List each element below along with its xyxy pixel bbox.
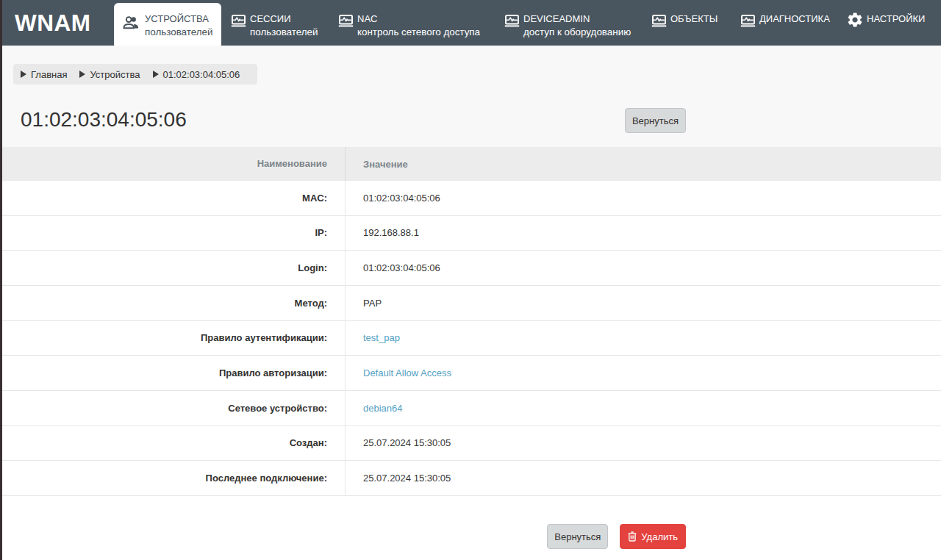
nav-item-settings[interactable]: НАСТРОЙКИ	[846, 12, 925, 29]
breadcrumb-label: Главная	[31, 69, 67, 80]
nav-item-sublabel: доступ к оборудованию	[523, 26, 631, 39]
table-row-authz-rule: Правило авторизации: Default Allow Acces…	[0, 356, 941, 391]
table-row-created: Создан: 25.07.2024 15:30:05	[0, 426, 941, 462]
delete-button-label: Удалить	[641, 531, 678, 542]
nav-item-label: УСТРОЙСТВА	[145, 12, 212, 26]
nav-item-label: NAC	[357, 12, 480, 26]
table-row-auth-rule: Правило аутентификации: test_pap	[0, 321, 941, 356]
row-value: 25.07.2024 15:30:05	[363, 437, 451, 448]
top-navbar: WNAM УСТРОЙСТВА пользователей	[0, 0, 941, 46]
table-header: Наименование Значение	[0, 147, 941, 181]
monitor-pulse-icon	[231, 15, 246, 27]
row-label: Правило аутентификации:	[0, 321, 346, 356]
nav-item-label: DEVICEADMIN	[523, 12, 631, 26]
nav-item-diagnostics[interactable]: ДИАГНОСТИКА	[740, 12, 830, 27]
left-edge-strip	[0, 0, 2, 560]
table-row-network-device: Сетевое устройство: debian64	[0, 391, 941, 426]
monitor-pulse-icon	[740, 15, 756, 27]
caret-right-icon	[79, 71, 85, 78]
table-header-value: Значение	[346, 159, 941, 170]
row-value: PAP	[363, 298, 382, 309]
caret-right-icon	[21, 71, 26, 78]
breadcrumb-label: Устройства	[90, 69, 140, 80]
table-row-mac: MAC: 01:02:03:04:05:06	[0, 181, 941, 216]
table-row-last-connection: Последнее подключение: 25.07.2024 15:30:…	[0, 461, 941, 496]
nav-item-sublabel: пользователей	[145, 26, 212, 39]
row-label: Последнее подключение:	[0, 461, 346, 495]
monitor-pulse-icon	[504, 15, 520, 27]
device-properties-table: MAC: 01:02:03:04:05:06 IP: 192.168.88.1 …	[0, 181, 941, 496]
nav-item-label: ДИАГНОСТИКА	[759, 12, 830, 26]
nav-item-sublabel: пользователей	[250, 26, 318, 39]
nav-item-sublabel: контроль сетевого доступа	[357, 26, 480, 39]
nav-item-label: ОБЪЕКТЫ	[670, 12, 718, 26]
monitor-pulse-icon	[651, 15, 667, 27]
page-title: 01:02:03:04:05:06	[21, 108, 187, 132]
row-value-link[interactable]: Default Allow Access	[363, 367, 451, 378]
trash-icon	[628, 531, 637, 542]
row-label: Login:	[0, 251, 346, 285]
row-value: 25.07.2024 15:30:05	[363, 473, 451, 484]
row-label: MAC:	[0, 181, 346, 215]
row-label: Создан:	[0, 426, 346, 461]
nav-item-label: НАСТРОЙКИ	[867, 12, 925, 26]
caret-right-icon	[153, 71, 159, 78]
table-row-method: Метод: PAP	[0, 286, 941, 321]
row-value: 192.168.88.1	[363, 227, 419, 238]
back-button-top[interactable]: Вернуться	[625, 108, 686, 133]
users-icon	[122, 15, 140, 29]
table-row-ip: IP: 192.168.88.1	[0, 216, 941, 251]
back-button-bottom[interactable]: Вернуться	[547, 524, 608, 549]
breadcrumb-item-devices[interactable]: Устройства	[79, 69, 140, 80]
page-header-area: Главная Устройства 01:02:03:04:05:06 01:…	[0, 46, 941, 147]
nav-item-deviceadmin[interactable]: DEVICEADMIN доступ к оборудованию	[504, 12, 631, 38]
breadcrumb: Главная Устройства 01:02:03:04:05:06	[13, 64, 257, 85]
breadcrumb-item-home[interactable]: Главная	[21, 69, 67, 80]
nav-item-nac[interactable]: NAC контроль сетевого доступа	[338, 12, 480, 38]
nav-item-objects[interactable]: ОБЪЕКТЫ	[651, 12, 718, 27]
table-header-name: Наименование	[0, 147, 346, 181]
nav-item-label: СЕССИИ	[250, 12, 318, 26]
row-label: Метод:	[0, 286, 346, 320]
bottom-actions: Вернуться Удалить	[547, 524, 686, 549]
row-label: IP:	[0, 216, 346, 251]
row-value: 01:02:03:04:05:06	[363, 262, 440, 273]
nav-item-sessions[interactable]: СЕССИИ пользователей	[231, 12, 318, 38]
delete-button[interactable]: Удалить	[620, 524, 686, 549]
row-value: 01:02:03:04:05:06	[363, 193, 440, 204]
monitor-pulse-icon	[338, 15, 354, 27]
table-row-login: Login: 01:02:03:04:05:06	[0, 251, 941, 286]
breadcrumb-item-current: 01:02:03:04:05:06	[153, 69, 240, 80]
row-label: Сетевое устройство:	[0, 391, 346, 426]
gear-icon	[846, 11, 864, 29]
breadcrumb-label: 01:02:03:04:05:06	[163, 69, 240, 80]
row-value-link[interactable]: debian64	[363, 403, 403, 414]
row-label: Правило авторизации:	[0, 356, 346, 390]
brand-logo[interactable]: WNAM	[15, 0, 90, 46]
nav-item-devices[interactable]: УСТРОЙСТВА пользователей	[114, 3, 221, 49]
row-value-link[interactable]: test_pap	[363, 332, 400, 343]
